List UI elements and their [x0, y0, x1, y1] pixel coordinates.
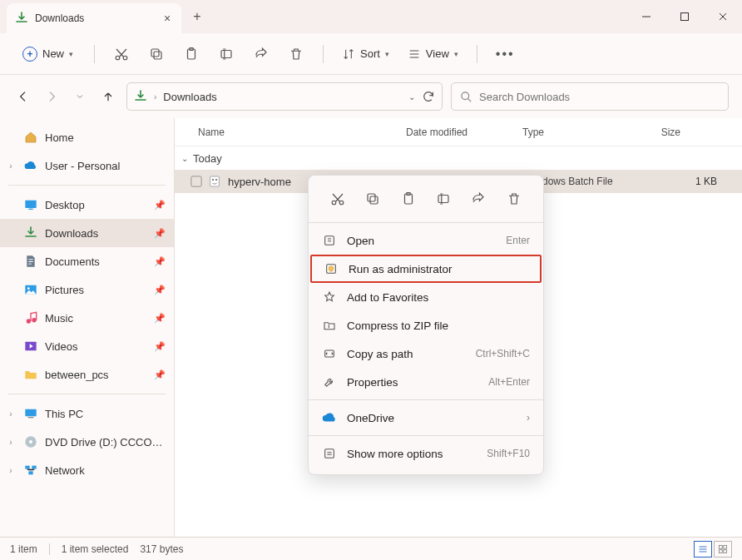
sort-button[interactable]: Sort ▾ — [335, 42, 396, 66]
downloads-icon — [134, 90, 147, 103]
maximize-button[interactable] — [665, 0, 704, 33]
refresh-button[interactable] — [422, 90, 435, 103]
rename-button[interactable] — [211, 39, 241, 69]
status-bytes: 317 bytes — [140, 543, 183, 555]
status-selected: 1 item selected — [62, 543, 129, 555]
pin-icon: 📌 — [154, 341, 166, 352]
minimize-button[interactable] — [627, 0, 665, 33]
status-count: 1 item — [10, 543, 37, 555]
copy-button[interactable] — [141, 39, 171, 69]
sidebar-item-desktop[interactable]: Desktop 📌 — [0, 191, 174, 219]
sidebar-item-pictures[interactable]: Pictures 📌 — [0, 275, 174, 304]
svg-rect-31 — [210, 176, 220, 186]
sidebar-item-documents[interactable]: Documents 📌 — [0, 247, 174, 275]
ctx-rename-button[interactable] — [432, 187, 455, 211]
separator — [8, 394, 166, 394]
svg-rect-51 — [724, 549, 727, 553]
sidebar-item-dvd[interactable]: › DVD Drive (D:) CCCOMA_X6 — [0, 428, 174, 456]
separator — [309, 222, 543, 223]
address-dropdown[interactable]: ⌄ — [408, 92, 415, 102]
chevron-right-icon: › — [154, 92, 156, 102]
ctx-run-as-admin[interactable]: Run as administrator — [310, 255, 542, 283]
ctx-properties[interactable]: Properties Alt+Enter — [309, 368, 543, 396]
svg-rect-16 — [28, 261, 32, 262]
chevron-down-icon: ⌄ — [181, 154, 188, 163]
sidebar-item-videos[interactable]: Videos 📌 — [0, 332, 174, 360]
column-name[interactable]: Name — [198, 126, 406, 138]
ctx-onedrive[interactable]: OneDrive › — [309, 404, 543, 432]
ctx-copy-button[interactable] — [361, 187, 384, 211]
ctx-compress[interactable]: Compress to ZIP file — [309, 311, 543, 339]
svg-rect-27 — [25, 466, 29, 469]
checkbox-icon[interactable] — [190, 175, 203, 188]
ctx-add-favorites[interactable]: Add to Favorites — [309, 283, 543, 311]
view-button[interactable]: View ▾ — [401, 42, 465, 66]
svg-rect-28 — [32, 466, 36, 469]
column-date[interactable]: Date modified — [406, 126, 522, 138]
sidebar-item-folder[interactable]: between_pcs 📌 — [0, 360, 174, 389]
new-button[interactable]: + New ▾ — [13, 41, 82, 67]
details-view-button[interactable] — [694, 541, 712, 558]
home-icon — [23, 130, 38, 145]
svg-rect-41 — [325, 236, 334, 245]
file-type: dows Batch File — [542, 176, 667, 187]
close-button[interactable] — [704, 0, 742, 33]
search-box[interactable] — [451, 82, 729, 111]
svg-point-2 — [116, 56, 120, 60]
svg-point-34 — [332, 201, 336, 205]
window-tab[interactable]: Downloads × — [7, 3, 181, 33]
column-size[interactable]: Size — [622, 126, 680, 138]
expand-icon[interactable]: › — [5, 409, 17, 419]
ctx-paste-button[interactable] — [397, 187, 420, 211]
pin-icon: 📌 — [154, 200, 166, 211]
expand-icon[interactable]: › — [5, 438, 17, 447]
forward-button[interactable] — [42, 87, 62, 107]
expand-icon[interactable]: › — [5, 161, 17, 171]
recent-button[interactable] — [70, 87, 90, 107]
group-label: Today — [193, 152, 222, 165]
search-input[interactable] — [479, 91, 720, 103]
ctx-open[interactable]: Open Enter — [309, 226, 543, 255]
back-button[interactable] — [13, 87, 33, 107]
tab-title: Downloads — [35, 12, 155, 24]
music-icon — [23, 310, 38, 325]
svg-rect-4 — [154, 52, 161, 59]
sidebar-item-downloads[interactable]: Downloads 📌 — [0, 219, 174, 247]
sidebar-item-network[interactable]: › Network — [0, 456, 174, 484]
share-button[interactable] — [246, 39, 276, 69]
ctx-delete-button[interactable] — [502, 187, 526, 211]
column-headers[interactable]: Name Date modified Type Size — [175, 118, 742, 146]
thumbnails-view-button[interactable] — [714, 541, 732, 558]
ctx-more-options[interactable]: Show more options Shift+F10 — [309, 439, 543, 468]
address-bar[interactable]: › Downloads ⌄ — [126, 82, 443, 111]
svg-rect-14 — [28, 209, 32, 210]
plus-circle-icon: + — [22, 47, 37, 62]
onedrive-icon — [23, 158, 38, 173]
separator — [309, 435, 543, 436]
dvd-icon — [23, 434, 38, 449]
group-today[interactable]: ⌄ Today — [175, 146, 742, 170]
pictures-icon — [23, 282, 38, 297]
ctx-share-button[interactable] — [467, 187, 490, 211]
tab-close-button[interactable]: × — [161, 12, 173, 24]
chevron-down-icon: ▾ — [454, 50, 458, 58]
cut-button[interactable] — [106, 39, 136, 69]
delete-button[interactable] — [281, 39, 311, 69]
separator — [8, 185, 166, 186]
expand-icon[interactable]: › — [5, 466, 17, 475]
sidebar-item-music[interactable]: Music 📌 — [0, 304, 174, 332]
svg-rect-49 — [724, 545, 727, 548]
svg-rect-24 — [28, 417, 34, 418]
column-type[interactable]: Type — [522, 126, 622, 138]
sidebar-item-home[interactable]: Home — [0, 123, 174, 151]
sidebar-item-user[interactable]: › User - Personal — [0, 151, 174, 180]
svg-rect-37 — [368, 194, 375, 201]
more-button[interactable]: ••• — [489, 42, 522, 67]
chevron-right-icon: › — [527, 412, 530, 424]
add-tab-button[interactable]: + — [185, 9, 210, 24]
sidebar-item-thispc[interactable]: › This PC — [0, 399, 174, 428]
ctx-copy-path[interactable]: Copy as path Ctrl+Shift+C — [309, 339, 543, 368]
ctx-cut-button[interactable] — [326, 187, 349, 211]
paste-button[interactable] — [176, 39, 206, 69]
up-button[interactable] — [98, 87, 118, 107]
